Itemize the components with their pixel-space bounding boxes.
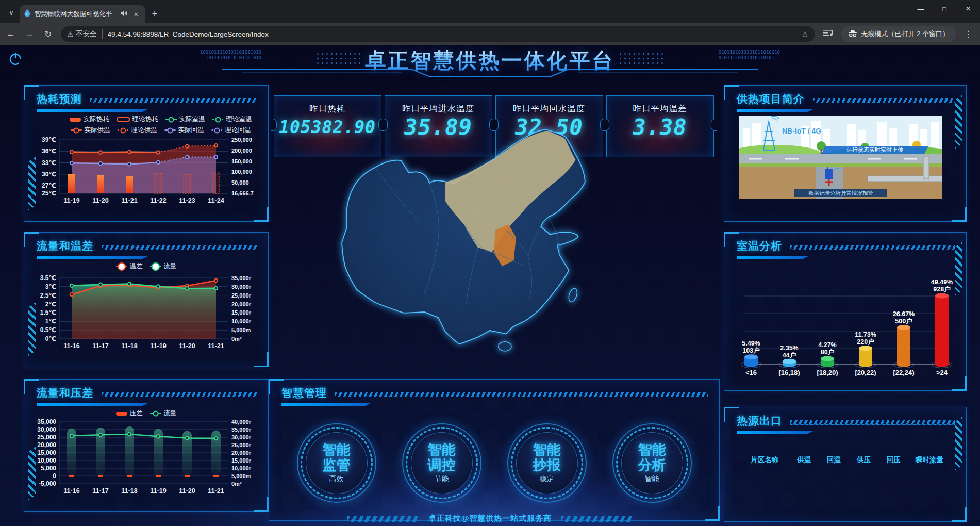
tab-audio-icon[interactable] (121, 9, 127, 19)
project-intro-illustration[interactable]: NB-IoT / 4G 运行状态实时实时上传 数据记录分析异常情况报警 (739, 116, 942, 199)
svg-text:5,000m: 5,000m (231, 327, 251, 333)
svg-text:11-21: 11-21 (121, 197, 137, 204)
window-maximize-button[interactable]: □ (933, 0, 956, 18)
panel-decor-hatch (28, 302, 36, 356)
panel-management: 智慧管理 智能监管 高效 智能调控 节能 智能抄报 稳定 智能分析 (269, 379, 720, 521)
favicon-water-drop-icon (24, 9, 31, 19)
tab-title: 智慧物联网大数据可视化平 (35, 10, 117, 19)
title-hatch-line (790, 245, 955, 250)
legend-item[interactable]: 实际室温 (165, 115, 205, 124)
management-ring[interactable]: 智能分析 智能 (612, 423, 692, 503)
panel-room-temp: 室温分析 5.49%103户<162.35%44户[16,18)4.27%80户… (724, 232, 967, 391)
browser-tab-strip: ∨ 智慧物联网大数据可视化平 × + — □ × (0, 0, 980, 23)
url-text[interactable]: 49.4.54.96:8898/LR_CodeDemo/LargeScreen/… (108, 30, 802, 38)
svg-text:5.49%: 5.49% (742, 340, 760, 347)
svg-text:0m³: 0m³ (231, 481, 242, 487)
svg-text:30℃: 30℃ (42, 171, 56, 178)
legend-label: 流量 (164, 409, 177, 418)
flow-pressure-legend: 压差流量 (24, 409, 268, 418)
svg-text:25,000r: 25,000r (231, 292, 252, 299)
incognito-label: 无痕模式（已打开 2 个窗口） (861, 29, 949, 39)
address-bar[interactable]: ⚠ 不安全 49.4.54.96:8898/LR_CodeDemo/LargeS… (61, 26, 815, 42)
svg-text:30,000r: 30,000r (231, 284, 252, 290)
svg-text:15,000r: 15,000r (231, 309, 252, 316)
svg-text:25,000: 25,000 (37, 434, 56, 441)
svg-text:20,000r: 20,000r (231, 301, 252, 307)
svg-text:11-20: 11-20 (92, 197, 108, 204)
flow-pressure-chart: 35,00040,000r30,00035,000r25,00030,000r2… (24, 418, 268, 503)
forward-button[interactable]: → (22, 26, 37, 42)
heat-outlet-column: 供温 (789, 455, 819, 465)
svg-text:3.5℃: 3.5℃ (40, 274, 56, 282)
banner-label: 数据记录分析异常情况报警 (808, 190, 873, 196)
browser-menu-icon[interactable]: ⋮ (960, 29, 976, 40)
panel-title: 智慧管理 (281, 386, 327, 400)
legend-item[interactable]: 理论供温 (118, 126, 157, 135)
media-controls-icon[interactable] (823, 29, 834, 39)
legend-item[interactable]: 压差 (116, 409, 143, 418)
footer: 卓正科技@智慧供热一站式服务商 (0, 514, 980, 523)
bookmark-star-icon[interactable]: ☆ (801, 29, 808, 39)
legend-item[interactable]: 流量 (150, 262, 177, 271)
window-close-button[interactable]: × (956, 0, 980, 18)
title-hatch-line (813, 98, 955, 103)
stat-dashed-line (281, 100, 374, 100)
title-hatch-line (102, 245, 257, 250)
svg-text:20,000: 20,000 (37, 441, 56, 449)
svg-text:10,000: 10,000 (37, 457, 56, 464)
svg-text:3℃: 3℃ (45, 283, 56, 290)
svg-text:40,000r: 40,000r (231, 419, 252, 425)
svg-text:103户: 103户 (742, 347, 759, 354)
heat-outlet-column: 回温 (819, 455, 849, 465)
incognito-badge[interactable]: 无痕模式（已打开 2 个窗口） (841, 26, 956, 42)
legend-item[interactable]: 温差 (116, 262, 143, 271)
new-tab-button[interactable]: + (150, 9, 160, 19)
dashboard: 1001011110101101011010 10111101010101101… (0, 45, 980, 526)
svg-text:11-18: 11-18 (121, 487, 137, 495)
svg-text:11-21: 11-21 (208, 487, 224, 495)
title-underline-bar (37, 403, 149, 406)
window-minimize-button[interactable]: — (909, 0, 933, 18)
window-controls: — □ × (909, 0, 980, 18)
svg-text:16,666.7: 16,666.7 (231, 190, 254, 196)
reload-button[interactable]: ↻ (40, 26, 56, 42)
ring-name: 智能监管 (323, 442, 351, 472)
svg-text:220户: 220户 (857, 338, 874, 346)
svg-text:11-20: 11-20 (179, 487, 195, 495)
browser-tab[interactable]: 智慧物联网大数据可视化平 × (20, 5, 145, 23)
tab-search-button[interactable]: ∨ (4, 5, 19, 20)
management-ring[interactable]: 智能抄报 稳定 (507, 423, 587, 503)
security-chip[interactable]: ⚠ 不安全 (67, 29, 103, 39)
svg-text:928户: 928户 (933, 286, 950, 293)
legend-label: 流量 (164, 262, 177, 271)
panel-title: 供热项目简介 (737, 92, 805, 106)
svg-text:11-16: 11-16 (63, 487, 79, 495)
ring-name: 智能调控 (428, 442, 456, 472)
legend-item[interactable]: 实际回温 (164, 126, 204, 135)
panel-title: 热源出口 (737, 414, 782, 428)
ring-tag: 节能 (435, 474, 449, 484)
map-hainan (499, 342, 511, 351)
legend-item[interactable]: 理论室温 (212, 115, 252, 124)
svg-text:[18,20): [18,20) (817, 369, 838, 376)
title-underline-bar (37, 109, 149, 112)
legend-item[interactable]: 实际供温 (71, 126, 110, 135)
svg-text:2.35%: 2.35% (780, 344, 798, 352)
legend-item[interactable]: 理论热耗 (117, 115, 158, 124)
heat-outlet-column: 供压 (849, 455, 878, 465)
legend-item[interactable]: 理论回温 (211, 126, 251, 135)
security-label: 不安全 (76, 29, 97, 39)
svg-text:250,000: 250,000 (231, 137, 252, 143)
heat-outlet-column: 回压 (878, 455, 908, 465)
legend-item[interactable]: 实际热耗 (70, 115, 109, 124)
svg-text:15,000r: 15,000r (231, 457, 252, 464)
back-button[interactable]: ← (3, 26, 19, 42)
heat-forecast-chart: 39℃36℃33℃30℃27℃25℃250,000200,000150,0001… (24, 135, 268, 213)
map-taiwan (567, 287, 578, 303)
tab-close-icon[interactable]: × (131, 9, 141, 19)
management-ring[interactable]: 智能调控 节能 (402, 423, 481, 503)
panel-project-intro: 供热项目简介 NB-IoT / 4G 运行状态实时实时上传 (724, 85, 967, 222)
management-ring[interactable]: 智能监管 高效 (297, 423, 376, 503)
title-underline-bar (37, 256, 149, 259)
legend-item[interactable]: 流量 (150, 409, 177, 418)
